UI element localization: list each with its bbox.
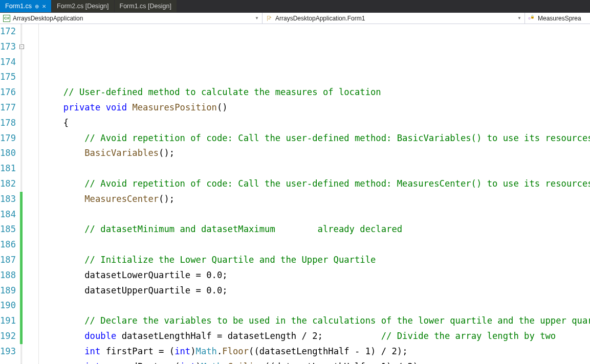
line-number: 186	[0, 237, 16, 253]
nav-scope-dropdown[interactable]: C# ArraysDesktopApplication ▼	[0, 13, 263, 24]
class-icon	[266, 15, 273, 22]
code-line[interactable]	[21, 298, 590, 313]
pin-icon[interactable]: ⊕	[35, 4, 39, 9]
code-line[interactable]	[21, 207, 590, 222]
line-number: 175	[0, 70, 16, 85]
line-number: 176	[0, 85, 16, 100]
nav-member-label: MeasuresSprea	[538, 15, 581, 22]
close-icon[interactable]: ✕	[42, 4, 46, 9]
line-number: 180	[0, 146, 16, 161]
code-line[interactable]: // datasetMinimum and datasetMaximum alr…	[21, 222, 590, 237]
line-number: 192	[0, 329, 16, 344]
document-tab[interactable]: Form1.cs [Design]	[115, 0, 177, 12]
code-line[interactable]: // Avoid repetition of code: Call the us…	[21, 131, 590, 146]
tab-label: Form2.cs [Design]	[57, 3, 108, 10]
code-area[interactable]: // User-defined method to calculate the …	[20, 24, 590, 364]
line-number: 183	[0, 192, 16, 207]
code-line[interactable]	[21, 237, 590, 253]
nav-scope-label: ArraysDesktopApplication	[13, 15, 83, 22]
line-number-gutter: 1721731741751761771781791801811821831841…	[0, 24, 20, 364]
line-number: 177	[0, 100, 16, 116]
chevron-down-icon: ▼	[517, 16, 521, 20]
code-line[interactable]: datasetLowerQuartile = 0.0;	[21, 268, 590, 283]
tab-label: Form1.cs [Design]	[120, 3, 171, 10]
nav-class-label: ArraysDesktopApplication.Form1	[275, 15, 365, 22]
code-line[interactable]: BasicVariables();	[21, 146, 590, 161]
csharp-file-icon: C#	[3, 15, 10, 22]
line-number: 174	[0, 55, 16, 70]
document-tab[interactable]: Form1.cs⊕✕	[0, 0, 52, 12]
code-line[interactable]: {	[21, 116, 590, 131]
code-line[interactable]: int firstPart = (int)Math.Floor((dataset…	[21, 344, 590, 359]
code-line[interactable]: datasetUpperQuartile = 0.0;	[21, 283, 590, 299]
code-line[interactable]: private void MeasuresPosition()	[21, 100, 590, 116]
line-number: 185	[0, 222, 16, 237]
nav-class-dropdown[interactable]: ArraysDesktopApplication.Form1 ▼	[263, 13, 525, 24]
line-number: 191	[0, 313, 16, 329]
line-number: 172	[0, 24, 16, 39]
code-line[interactable]: double datasetLengthHalf = datasetLength…	[21, 329, 590, 344]
line-number: 184	[0, 207, 16, 222]
nav-member-dropdown[interactable]: 🔒 MeasuresSprea	[525, 13, 590, 24]
line-number: 181	[0, 161, 16, 176]
code-line[interactable]	[21, 161, 590, 176]
tab-label: Form1.cs	[5, 3, 32, 10]
line-number: 178	[0, 116, 16, 131]
chevron-down-icon: ▼	[255, 16, 259, 20]
line-number: 190	[0, 298, 16, 313]
line-number: 173	[0, 39, 16, 55]
code-line[interactable]: // Declare the variables to be used in t…	[21, 313, 590, 329]
line-number: 179	[0, 131, 16, 146]
document-tab[interactable]: Form2.cs [Design]	[52, 0, 114, 12]
line-number: 189	[0, 283, 16, 299]
code-editor[interactable]: 1721731741751761771781791801811821831841…	[0, 24, 590, 364]
line-number: 188	[0, 268, 16, 283]
line-number: 187	[0, 253, 16, 268]
document-tab-bar: Form1.cs⊕✕Form2.cs [Design]Form1.cs [Des…	[0, 0, 590, 13]
code-line[interactable]: // Avoid repetition of code: Call the us…	[21, 176, 590, 192]
code-line[interactable]: int secondPart = (int)Math.Ceiling((data…	[21, 359, 590, 364]
line-number: 182	[0, 176, 16, 192]
line-number: 193	[0, 344, 16, 359]
method-icon: 🔒	[528, 15, 535, 22]
navigation-bar: C# ArraysDesktopApplication ▼ ArraysDesk…	[0, 13, 590, 24]
code-line[interactable]: // Initialize the Lower Quartile and the…	[21, 253, 590, 268]
code-line[interactable]: // User-defined method to calculate the …	[21, 85, 590, 100]
code-line[interactable]: MeasuresCenter();	[21, 192, 590, 207]
